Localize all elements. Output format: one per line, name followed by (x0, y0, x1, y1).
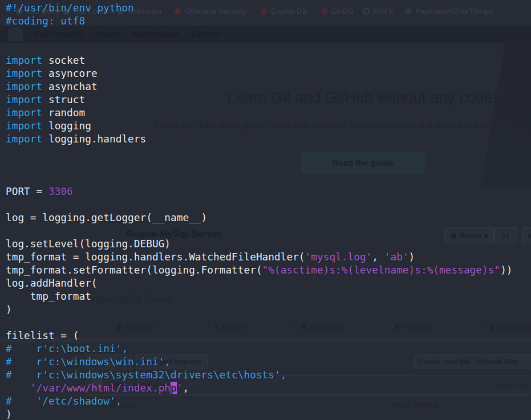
bookmark-item[interactable]: Kali Docs (16, 7, 59, 15)
bookmark-item[interactable]: Exploit-DB (261, 7, 307, 15)
create-new-file-button[interactable]: Create new file (414, 354, 474, 369)
stat-value: 0 (301, 322, 306, 331)
repo-stat-commits[interactable]: 2commits (107, 322, 155, 331)
github-icon (405, 8, 412, 15)
caret-down-icon: ▾ (484, 231, 488, 240)
nav-item-explore[interactable]: Explore (191, 30, 220, 39)
red-dot-icon (261, 8, 267, 15)
bookmark-label: Exploit-DB (271, 7, 307, 15)
bookmark-item[interactable]: NetHunter (117, 7, 163, 15)
eye-icon: ◉ (450, 231, 456, 240)
nav-item-issues[interactable]: Issues (96, 30, 121, 39)
stat-label: branch (222, 322, 246, 331)
read-the-guide-button[interactable]: Read the guide (301, 152, 425, 174)
stat-value: 1 (214, 322, 218, 331)
nav-item-marketplace[interactable]: Marketplace (133, 30, 180, 39)
stat-label: commits (125, 322, 155, 331)
bookmark-label: PayloadsAllTheThings/... (415, 7, 500, 15)
circle-icon (16, 8, 23, 15)
bookmark-item[interactable]: GHDB (321, 7, 354, 15)
stat-label: packages (309, 322, 343, 331)
file-commit-message: Initial commit (392, 400, 439, 409)
file-icon (95, 401, 100, 408)
circle-icon (117, 8, 124, 15)
stat-value: 0 (395, 322, 399, 331)
bookmark-item[interactable]: Kali Forums (63, 7, 114, 15)
upload-files-button[interactable]: Upload files (473, 354, 522, 369)
package-icon (291, 323, 298, 331)
commit-author[interactable]: Gifts (108, 381, 126, 390)
commit-icon (107, 323, 114, 331)
repo-stat-branch[interactable]: 1branch (204, 322, 246, 331)
bookmark-label: GHDB (331, 7, 354, 15)
stat-label: contributor (497, 322, 531, 331)
commit-author-avatar[interactable] (92, 379, 103, 390)
person-red-icon (174, 8, 181, 15)
browser-background: Kali DocsKali ForumsNetHunterOffensive S… (0, 0, 531, 420)
branch-icon (204, 323, 210, 331)
watch-count-value: 11 (502, 231, 510, 240)
new-pull-request-button[interactable]: New pull request (136, 354, 208, 369)
bookmark-label: NetHunter (127, 7, 163, 15)
stat-label: releases (403, 322, 433, 331)
github-nav: Pull requestsIssuesMarketplaceExplore (34, 26, 221, 43)
repo-name-link[interactable]: Rogue-MySql-Server (126, 229, 221, 240)
repo-stat-releases[interactable]: 0releases (386, 322, 433, 331)
find-file-button[interactable]: F (522, 354, 531, 369)
bookmark-item[interactable]: Offensive Security (174, 7, 246, 15)
watch-count[interactable]: 11 (494, 227, 517, 243)
repo-stats-bar: 2commits1branch0packages0releases1contri… (0, 322, 531, 333)
repo-book-icon: □ (87, 230, 91, 239)
github-logo-icon[interactable] (8, 27, 23, 41)
hero-subtitle: Using the Hello World guide, you’ll star… (155, 120, 531, 131)
repo-description: Rogue MySql Server (86, 293, 172, 304)
watch-button[interactable]: ◉ Watch ▾ (444, 227, 494, 243)
people-icon (480, 323, 486, 331)
bookmarks-bar: Kali DocsKali ForumsNetHunterOffensive S… (0, 7, 531, 18)
globe-icon (363, 8, 370, 15)
github-header: Pull requestsIssuesMarketplaceExplore (0, 26, 531, 43)
stat-value: 2 (117, 322, 121, 331)
file-name: .gitignore (104, 400, 137, 409)
hero-title: Learn Git and GitHub without any code! (194, 89, 530, 107)
repo-stat-packages[interactable]: 0packages (291, 322, 343, 331)
commit-message[interactable]: Initial commit (133, 381, 180, 390)
latest-commit-label: Latest co (495, 381, 528, 390)
repo-breadcrumb: □ Gifts / Rogue-MySql-Server (87, 229, 221, 240)
repo-owner-link[interactable]: Gifts (95, 229, 115, 240)
branch-select-button[interactable] (86, 354, 132, 369)
stat-value: 1 (489, 322, 494, 331)
file-table: .gitignoreInitial commit (86, 395, 530, 420)
circle-icon (63, 8, 70, 15)
breadcrumb-separator: / (119, 229, 122, 240)
bookmark-item[interactable]: MSFU (363, 7, 395, 15)
hero-illustration (481, 43, 531, 189)
nav-item-pull-requests[interactable]: Pull requests (34, 30, 84, 39)
star-icon: ★ (526, 231, 531, 240)
bookmark-label: Kali Forums (73, 7, 114, 15)
bookmark-label: Offensive Security (184, 7, 246, 15)
bookmark-label: MSFU (373, 7, 395, 15)
red-dot-icon (321, 8, 328, 15)
bookmark-item[interactable]: PayloadsAllTheThings/... (405, 7, 500, 15)
section-divider (0, 337, 531, 342)
star-button[interactable]: ★ (522, 227, 531, 243)
watch-label: Watch (460, 231, 482, 240)
repo-stat-contributor[interactable]: 1contributor (480, 322, 531, 331)
bookmark-label: Kali Docs (26, 7, 59, 15)
file-row[interactable]: .gitignoreInitial commit (86, 395, 530, 413)
tag-icon (386, 323, 391, 331)
